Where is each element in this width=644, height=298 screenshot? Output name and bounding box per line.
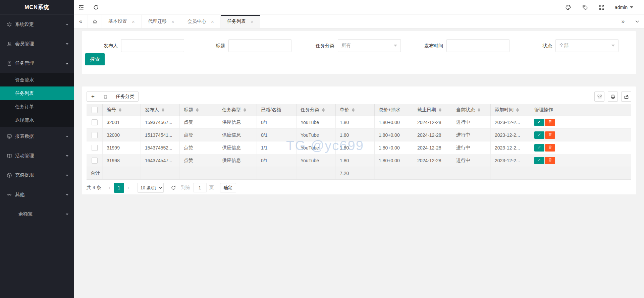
header-cell-task_type[interactable]: 任务类型	[218, 104, 257, 116]
page-size-select[interactable]: 10 条/页	[138, 183, 164, 193]
row-checkbox[interactable]	[92, 145, 98, 151]
search-button[interactable]: 搜索	[85, 53, 105, 65]
cell-task_type: 供应信息	[218, 116, 257, 128]
edit-button[interactable]	[534, 144, 544, 152]
trash-icon	[548, 158, 552, 163]
user-menu[interactable]: admin	[615, 5, 633, 10]
columns-icon[interactable]	[594, 92, 604, 102]
delete-row-button[interactable]	[545, 119, 555, 126]
sidebar-subitem[interactable]: 任务订单	[0, 100, 74, 113]
add-button[interactable]: +	[87, 92, 99, 102]
header-cell-status[interactable]: 当前状态	[452, 104, 491, 116]
tab[interactable]: 代理迁移 ×	[142, 15, 181, 28]
sidebar-item-label: 其他	[15, 192, 66, 198]
close-icon[interactable]: ×	[171, 19, 174, 24]
sidebar-item[interactable]: 充值提现	[0, 166, 74, 185]
edit-button[interactable]	[534, 131, 544, 139]
tabs-scroll-left-button[interactable]: «	[74, 15, 88, 28]
file-icon	[7, 61, 12, 66]
delete-row-button[interactable]	[545, 144, 555, 152]
sidebar-item[interactable]: 其他	[0, 185, 74, 204]
delete-row-button[interactable]	[545, 131, 555, 139]
totals-cell-id	[103, 167, 141, 179]
column-label: 任务分类	[301, 107, 319, 113]
sort-icons[interactable]	[244, 108, 246, 112]
home-tab[interactable]	[88, 15, 102, 28]
header-cell-title[interactable]: 标题	[180, 104, 218, 116]
task-category-button[interactable]: 任务分类	[112, 92, 139, 102]
select-all-checkbox[interactable]	[92, 107, 98, 113]
row-checkbox[interactable]	[92, 132, 98, 138]
sidebar-item[interactable]: 活动管理	[0, 146, 74, 166]
sidebar-subitem[interactable]: 资金流水	[0, 73, 74, 86]
sort-icons[interactable]	[478, 108, 480, 112]
header-cell-unit_price[interactable]: 单价	[336, 104, 375, 116]
tabs-dropdown-button[interactable]	[630, 15, 644, 28]
header-cell-added_time[interactable]: 添加时间	[491, 104, 530, 116]
header-cell-id[interactable]: 编号	[103, 104, 141, 116]
filter-input[interactable]	[446, 39, 509, 52]
sort-icons[interactable]	[322, 108, 325, 112]
chevron-down-icon	[66, 214, 68, 215]
sidebar-item[interactable]: 任务管理	[0, 54, 74, 73]
print-icon[interactable]	[608, 92, 618, 102]
prev-page-button[interactable]: ‹	[105, 183, 114, 193]
filter-input[interactable]	[228, 39, 291, 52]
sidebar-subitem[interactable]: 任务列表	[0, 86, 74, 100]
row-checkbox[interactable]	[92, 158, 98, 164]
table-refresh-icon[interactable]	[168, 183, 178, 193]
sort-icons[interactable]	[196, 108, 199, 112]
sort-icons[interactable]	[352, 108, 355, 112]
delete-row-button[interactable]	[545, 157, 555, 164]
tab[interactable]: 会员中心 ×	[181, 15, 221, 28]
filter-select[interactable]: 全部	[555, 39, 619, 52]
tag-icon[interactable]	[581, 0, 589, 15]
yen-icon	[7, 173, 12, 178]
sidebar-item[interactable]: 系统设定	[0, 15, 74, 34]
chevron-down-icon	[66, 24, 68, 25]
header-cell-publisher[interactable]: 发布人	[141, 104, 180, 116]
cell-publisher: 154374552...	[141, 141, 180, 154]
theme-palette-icon[interactable]	[565, 0, 572, 15]
current-page-button[interactable]: 1	[114, 183, 124, 193]
collapse-menu-icon[interactable]	[74, 0, 89, 15]
goto-confirm-button[interactable]: 确定	[220, 183, 236, 192]
tabs-container: 基本设置 ×代理迁移 ×会员中心 ×任务列表 ×	[102, 15, 260, 28]
cell-deadline: 2024-12-28	[413, 116, 452, 128]
sidebar-item[interactable]: 会员管理	[0, 34, 74, 54]
filter-select[interactable]: 所有	[338, 39, 401, 52]
sort-icons[interactable]	[119, 108, 121, 112]
tab[interactable]: 基本设置 ×	[102, 15, 142, 28]
column-label: 当前状态	[456, 107, 475, 113]
sidebar-item[interactable]: 报表数据	[0, 127, 74, 146]
row-checkbox[interactable]	[92, 119, 98, 125]
edit-button[interactable]	[534, 157, 544, 164]
tab[interactable]: 任务列表 ×	[221, 15, 260, 28]
delete-button[interactable]	[99, 92, 112, 102]
close-icon[interactable]: ×	[132, 19, 135, 24]
cell-total_price: 1.80+0.00	[375, 141, 413, 154]
refresh-icon[interactable]	[89, 0, 103, 15]
fullscreen-icon[interactable]	[598, 0, 605, 15]
export-icon[interactable]	[621, 92, 631, 102]
tabs-scroll-right-button[interactable]: »	[616, 15, 630, 28]
sort-icons[interactable]	[162, 108, 164, 112]
close-icon[interactable]: ×	[251, 19, 254, 24]
header-cell-deadline[interactable]: 截止日期	[413, 104, 452, 116]
close-icon[interactable]: ×	[211, 19, 214, 24]
pencil-icon	[537, 158, 541, 163]
sidebar-item[interactable]: 余额宝	[0, 204, 74, 224]
table-header-row: 编号发布人标题任务类型已领/名额任务分类单价总价+抽水截止日期当前状态添加时间管…	[87, 104, 631, 116]
column-label: 任务类型	[222, 107, 241, 113]
next-page-button[interactable]: ›	[124, 183, 133, 193]
goto-page-input[interactable]	[193, 183, 207, 192]
edit-button[interactable]	[534, 119, 544, 126]
tab-label: 任务列表	[227, 18, 246, 24]
filter-input[interactable]	[121, 39, 184, 52]
sidebar-subitem[interactable]: 返现流水	[0, 113, 74, 127]
cell-task_type: 供应信息	[218, 129, 257, 141]
sort-icons[interactable]	[439, 108, 441, 112]
sort-icons[interactable]	[516, 108, 519, 112]
header-cell-category[interactable]: 任务分类	[297, 104, 336, 116]
cell-claimed: 0/1	[257, 129, 297, 141]
